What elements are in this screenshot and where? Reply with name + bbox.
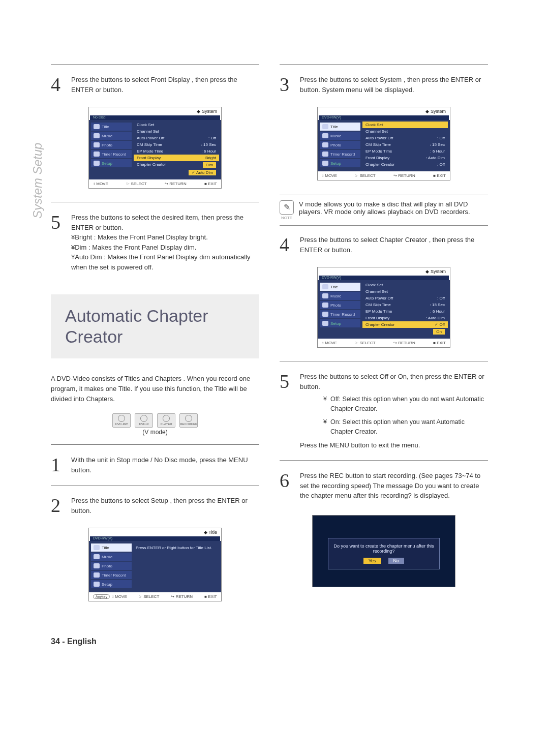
- section-heading: Automatic Chapter Creator: [51, 294, 259, 358]
- osd-nav-music: Music: [91, 132, 132, 140]
- left-step-2: 2 Press the buttons to select Setup , th…: [51, 496, 259, 516]
- osd-nav-photo: Photo: [91, 141, 132, 149]
- right-step-6: 6 Press the REC button to start recordin…: [280, 471, 488, 501]
- osd-chapter-creator: ◆ System DVD-RW(V) Title Music Photo Tim…: [317, 267, 450, 348]
- osd-system-clock: ◆ System DVD-RW(V) Title Music Photo Tim…: [317, 107, 450, 180]
- left-column: 4 Press the buttons to select Front Disp…: [51, 61, 259, 646]
- dialog-yes-button[interactable]: Yes: [363, 558, 381, 564]
- intro-text: A DVD-Video consists of Titles and Chapt…: [51, 374, 259, 404]
- media-player: PLAYER: [157, 413, 175, 428]
- step-number: 4: [51, 75, 66, 94]
- right-column: 3 Press the buttons to select System , t…: [280, 61, 488, 646]
- left-step-4: 4 Press the buttons to select Front Disp…: [51, 75, 259, 95]
- confirm-dialog: Do you want to create the chapter menu a…: [312, 515, 455, 587]
- osd-nav-setup: Setup: [91, 159, 132, 167]
- osd-system-front-display: ◆ System No Disc Title Music Photo Timer…: [88, 107, 222, 189]
- media-recorder: RECORDER: [179, 413, 198, 428]
- osd-nav-title: Title: [91, 123, 132, 131]
- section-tab: System Setup: [30, 143, 45, 219]
- dialog-message: Do you want to create the chapter menu a…: [331, 543, 436, 554]
- osd-nav-timer: Timer Record: [91, 150, 132, 158]
- osd-title: ◆ Title DVD-RW(V) Title Music Photo Time…: [88, 528, 222, 601]
- right-step-4: 4 Press the buttons to select Chapter Cr…: [280, 235, 488, 255]
- right-step-5: 5 Press the buttons to select Off or On,…: [280, 372, 488, 450]
- page-number: 34 - English: [51, 637, 259, 646]
- media-dvdrw: DVD-RW: [112, 413, 131, 428]
- right-step-3: 3 Press the buttons to select System , t…: [280, 75, 488, 95]
- media-dvdr: DVD-R: [135, 413, 153, 428]
- media-icons: DVD-RW DVD-R PLAYER RECORDER: [51, 413, 259, 428]
- dialog-no-button[interactable]: No: [388, 558, 405, 564]
- left-step-5: 5 Press the buttons to select the desire…: [51, 213, 259, 272]
- left-step-1: 1 With the unit in Stop mode / No Disc m…: [51, 455, 259, 475]
- note-block: ✎ NOTE V mode allows you to make a disc …: [280, 195, 488, 226]
- note-icon: ✎: [280, 200, 294, 215]
